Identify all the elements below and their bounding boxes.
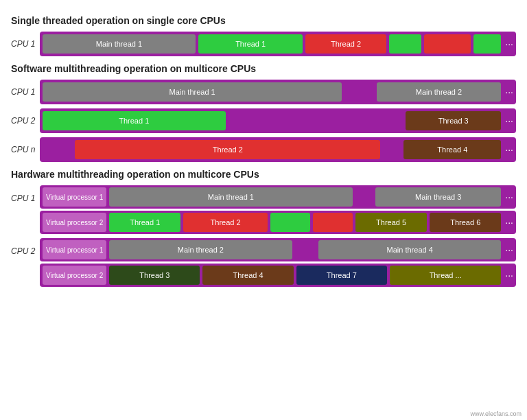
block-main-thread-1-sw: Main thread 1 <box>43 82 342 102</box>
cpu2-vp1-row: Virtual processor 1 Main thread 2 Main t… <box>40 238 516 261</box>
section-hardware-title: Hardware multithreading operation on mul… <box>11 169 516 180</box>
cpu1-row-software: CPU 1 Main thread 1 Main thread 2 ··· <box>11 80 516 104</box>
dots-software-cpun: ··· <box>505 144 513 155</box>
dots-single: ··· <box>505 38 513 49</box>
block-thread-1-hw: Thread 1 <box>109 213 180 232</box>
cpun-label-software: CPU n <box>11 145 40 154</box>
cpu1-vp2-row: Virtual processor 2 Thread 1 Thread 2 Th… <box>40 211 516 234</box>
block-main-thread-4-hw: Main thread 4 <box>318 240 501 259</box>
cpu1-label-software: CPU 1 <box>11 87 40 97</box>
dots-cpu2-vp2: ··· <box>505 270 513 281</box>
cpu2-row-software: CPU 2 Thread 1 Thread 3 ··· <box>11 108 516 133</box>
block-red-small-1 <box>424 34 471 54</box>
block-thread-6-hw: Thread 6 <box>430 213 501 232</box>
cpun-row-software: CPU n Thread 2 Thread 4 ··· <box>11 137 516 162</box>
block-thread-3-sw: Thread 3 <box>406 111 501 130</box>
cpu2-vp1-label: Virtual processor 1 <box>43 240 106 259</box>
cpu2-vp2-label: Virtual processor 2 <box>43 266 106 285</box>
dots-cpu1-vp2: ··· <box>505 217 513 228</box>
block-thread-2: Thread 2 <box>305 34 386 54</box>
block-thread-4-hw2: Thread 4 <box>202 266 293 285</box>
block-main-thread-2-sw: Main thread 2 <box>377 82 502 102</box>
block-green-small-2 <box>473 34 501 54</box>
dots-software-cpu2: ··· <box>505 115 513 126</box>
timeline-software-cpun: Thread 2 Thread 4 ··· <box>40 137 516 162</box>
block-thread-5-hw: Thread 5 <box>355 213 427 232</box>
block-thread-2-sw: Thread 2 <box>75 140 380 159</box>
block-main-thread-3-hw: Main thread 3 <box>375 187 501 207</box>
cpu1-hardware-group: CPU 1 Virtual processor 1 Main thread 1 … <box>11 185 516 234</box>
section-software-title: Software multithreading operation on mul… <box>11 63 516 74</box>
dots-cpu1-vp1: ··· <box>505 191 513 202</box>
cpu1-row-single: CPU 1 Main thread 1 Thread 1 Thread 2 ··… <box>11 32 516 56</box>
section-hardware: Hardware multithreading operation on mul… <box>11 169 516 287</box>
cpu1-label-single: CPU 1 <box>11 39 40 49</box>
block-thread-1-sw: Thread 1 <box>43 111 226 130</box>
cpu2-hw-rows: Virtual processor 1 Main thread 2 Main t… <box>40 238 516 287</box>
cpu1-vp1-row: Virtual processor 1 Main thread 1 Main t… <box>40 185 516 209</box>
cpu1-vp1-label: Virtual processor 1 <box>43 187 106 207</box>
block-green-hw-1 <box>270 213 310 232</box>
block-thread-2-hw: Thread 2 <box>183 213 268 232</box>
cpu2-vp2-row: Virtual processor 2 Thread 3 Thread 4 Th… <box>40 264 516 287</box>
section-software: Software multithreading operation on mul… <box>11 63 516 162</box>
cpu2-label-hw: CPU 2 <box>11 238 40 256</box>
cpu1-hw-rows: Virtual processor 1 Main thread 1 Main t… <box>40 185 516 234</box>
block-thread-4-sw: Thread 4 <box>403 140 501 159</box>
cpu1-vp2-label: Virtual processor 2 <box>43 213 106 232</box>
block-main-thread-1: Main thread 1 <box>43 34 196 54</box>
block-thread-more-hw: Thread ... <box>390 266 501 285</box>
timeline-single-cpu1: Main thread 1 Thread 1 Thread 2 ··· <box>40 32 516 56</box>
block-main-thread-2-hw: Main thread 2 <box>109 240 292 259</box>
dots-cpu2-vp1: ··· <box>505 244 513 255</box>
watermark: www.elecfans.com <box>470 410 522 417</box>
cpu2-label-software: CPU 2 <box>11 116 40 126</box>
block-green-small-1 <box>389 34 421 54</box>
section-single: Single threaded operation on single core… <box>11 15 516 56</box>
cpu1-label-hw: CPU 1 <box>11 185 40 203</box>
block-main-thread-1-hw: Main thread 1 <box>109 187 352 207</box>
timeline-software-cpu2: Thread 1 Thread 3 ··· <box>40 108 516 133</box>
dots-software-cpu1: ··· <box>505 86 513 97</box>
block-red-hw-1 <box>313 213 353 232</box>
block-thread-1: Thread 1 <box>198 34 303 54</box>
cpu2-hardware-group: CPU 2 Virtual processor 1 Main thread 2 … <box>11 238 516 287</box>
block-thread-3-hw2: Thread 3 <box>109 266 200 285</box>
block-thread-7-hw: Thread 7 <box>296 266 387 285</box>
section-single-title: Single threaded operation on single core… <box>11 15 516 26</box>
timeline-software-cpu1: Main thread 1 Main thread 2 ··· <box>40 80 516 104</box>
